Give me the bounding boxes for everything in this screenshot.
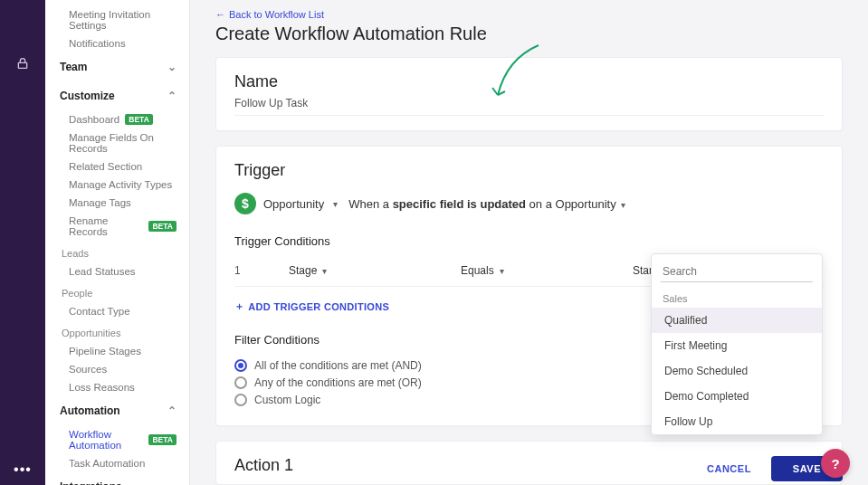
sentence-bold: specific field is updated: [393, 197, 526, 211]
dropdown-item-demo-completed[interactable]: Demo Completed: [652, 384, 822, 409]
chevron-up-icon: ⌃: [167, 404, 176, 417]
record-type-label: Opportunity: [263, 197, 324, 211]
sidebar-item-lead-statuses[interactable]: Lead Statuses: [45, 262, 189, 281]
filter-option-label: All of the conditions are met (AND): [254, 359, 422, 372]
caret-down-icon: ▾: [500, 266, 504, 276]
dropdown-item-demo-scheduled[interactable]: Demo Scheduled: [652, 358, 822, 384]
sidebar-item-manage-fields[interactable]: Manage Fields On Records: [45, 128, 189, 157]
sidebar-item-related-section[interactable]: Related Section: [45, 157, 189, 176]
back-link[interactable]: ← Back to Workflow List: [215, 9, 843, 20]
beta-badge: BETA: [148, 434, 176, 445]
name-heading: Name: [234, 72, 824, 91]
sidebar-subhead-leads: Leads: [45, 241, 189, 262]
sidebar-item-label: Rename Records: [69, 215, 143, 237]
help-fab[interactable]: ?: [821, 449, 850, 478]
sidebar-item-pipeline-stages[interactable]: Pipeline Stages: [45, 342, 189, 360]
beta-badge: BETA: [125, 114, 153, 125]
condition-field-selector[interactable]: Stage▾: [289, 264, 361, 277]
sidebar-item-meeting-invitation[interactable]: Meeting Invitation Settings: [45, 5, 189, 34]
sidebar-item-loss-reasons[interactable]: Loss Reasons: [45, 378, 189, 396]
sidebar-item-dashboard[interactable]: Dashboard BETA: [45, 110, 189, 128]
sidebar-section-automation[interactable]: Automation ⌃: [45, 396, 189, 425]
value-dropdown: Sales Qualified First Meeting Demo Sched…: [651, 253, 823, 435]
trigger-sentence[interactable]: When a specific field is updated on a Op…: [348, 197, 625, 211]
cancel-button[interactable]: CANCEL: [707, 463, 751, 474]
trigger-conditions-heading: Trigger Conditions: [234, 234, 824, 248]
trigger-heading: Trigger: [234, 161, 824, 180]
sidebar-head-label: Customize: [60, 90, 115, 102]
sentence-suffix: on a Opportunity: [526, 197, 616, 211]
caret-down-icon: ▾: [322, 266, 327, 276]
back-arrow-icon: ←: [215, 9, 225, 20]
dropdown-search: [661, 262, 813, 282]
sentence-prefix: When a: [348, 197, 392, 211]
sidebar-head-label: Team: [60, 61, 87, 73]
page-title: Create Workflow Automation Rule: [215, 24, 843, 44]
record-type-selector[interactable]: $ Opportunity ▾: [234, 193, 338, 214]
svg-rect-0: [18, 62, 26, 68]
sidebar-item-activity-types[interactable]: Manage Activity Types: [45, 176, 189, 194]
condition-index: 1: [234, 264, 243, 277]
sidebar-item-rename-records[interactable]: Rename Records BETA: [45, 212, 189, 241]
sidebar-item-workflow-automation[interactable]: Workflow Automation BETA: [45, 425, 189, 454]
sidebar-subhead-people: People: [45, 281, 189, 302]
caret-down-icon: ▾: [333, 199, 338, 209]
sidebar-subhead-opportunities: Opportunities: [45, 320, 189, 342]
opportunity-icon: $: [234, 193, 256, 214]
sidebar-item-notifications[interactable]: Notifications: [45, 34, 189, 52]
sidebar-item-label: Dashboard: [69, 114, 119, 125]
dropdown-item-qualified[interactable]: Qualified: [652, 308, 822, 333]
sidebar-head-label: Integrations: [60, 480, 122, 485]
lock-icon[interactable]: [14, 54, 32, 72]
dropdown-item-first-meeting[interactable]: First Meeting: [652, 333, 822, 358]
main-content: ← Back to Workflow List Create Workflow …: [190, 0, 868, 485]
filter-option-label: Any of the conditions are met (OR): [254, 376, 422, 389]
condition-operator-selector[interactable]: Equals▾: [461, 264, 533, 277]
sidebar-item-contact-type[interactable]: Contact Type: [45, 302, 189, 320]
back-link-label: Back to Workflow List: [229, 9, 324, 20]
dropdown-group-label: Sales: [652, 288, 822, 308]
sidebar-item-task-automation[interactable]: Task Automation: [45, 454, 189, 472]
radio-icon: [234, 394, 247, 406]
sidebar-section-team[interactable]: Team ⌄: [45, 52, 189, 81]
radio-selected-icon: [234, 359, 247, 372]
sidebar-head-label: Automation: [60, 404, 120, 417]
dropdown-search-input[interactable]: [661, 262, 813, 282]
sidebar-item-manage-tags[interactable]: Manage Tags: [45, 194, 189, 212]
settings-sidebar: Meeting Invitation Settings Notification…: [45, 0, 190, 485]
add-trigger-label: ADD TRIGGER CONDITIONS: [248, 301, 389, 312]
beta-badge: BETA: [148, 221, 176, 232]
nav-rail: •••: [0, 0, 45, 485]
chevron-down-icon: ⌄: [167, 61, 176, 73]
dropdown-item-follow-up[interactable]: Follow Up: [652, 409, 822, 434]
filter-option-label: Custom Logic: [254, 394, 320, 406]
name-card: Name Follow Up Task: [215, 57, 843, 131]
radio-icon: [234, 376, 247, 389]
plus-icon: ＋: [234, 300, 244, 313]
chevron-down-icon: ⌄: [167, 480, 176, 485]
sidebar-item-sources[interactable]: Sources: [45, 360, 189, 378]
name-value[interactable]: Follow Up Task: [234, 97, 824, 116]
more-icon[interactable]: •••: [14, 461, 32, 478]
sidebar-section-customize[interactable]: Customize ⌃: [45, 81, 189, 110]
sidebar-item-label: Workflow Automation: [69, 429, 143, 451]
caret-down-icon: ▾: [621, 200, 625, 210]
chevron-up-icon: ⌃: [167, 90, 176, 102]
sidebar-section-integrations[interactable]: Integrations ⌄: [45, 472, 189, 485]
